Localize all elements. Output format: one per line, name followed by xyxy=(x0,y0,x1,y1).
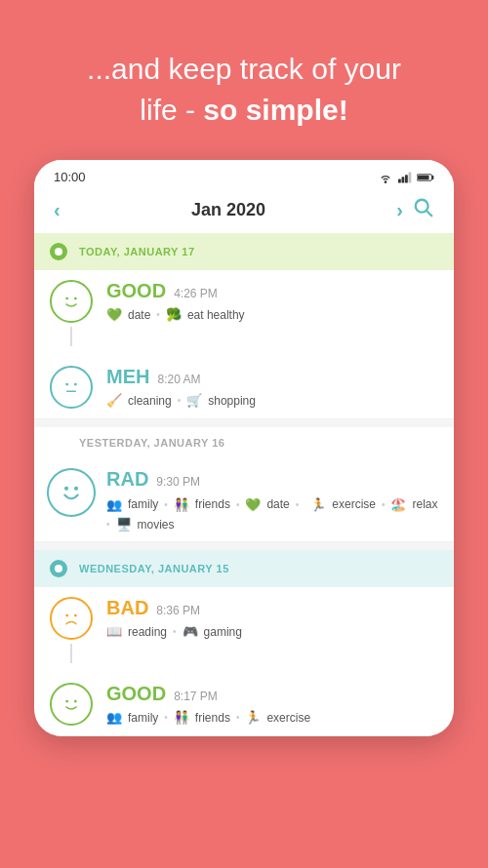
svg-point-9 xyxy=(65,297,68,300)
mood-name-meh: MEH xyxy=(106,366,149,388)
entry-content-bad: BAD 8:36 PM 📖 reading • 🎮 gaming xyxy=(106,597,438,639)
status-bar: 10:00 xyxy=(34,160,454,189)
tag-icon-exercise: 🏃 xyxy=(310,497,326,512)
dot10: • xyxy=(236,712,240,723)
entry-mood-line-meh: MEH 8:20 AM xyxy=(106,366,438,388)
entry-icon-col-good-wed xyxy=(50,683,93,726)
mood-time-good: 4:26 PM xyxy=(174,287,218,300)
tag-gaming: gaming xyxy=(204,625,242,639)
tag-exercise2: exercise xyxy=(266,711,310,725)
entry-content-meh: MEH 8:20 AM 🧹 cleaning • 🛒 shopping xyxy=(106,366,438,408)
svg-rect-2 xyxy=(405,175,408,182)
entry-good-wed: GOOD 8:17 PM 👥 family • 👫 friends • 🏃 ex… xyxy=(34,673,454,735)
today-header: TODAY, JANUARY 17 xyxy=(34,233,454,270)
status-icons xyxy=(378,172,434,183)
mood-time-meh: 8:20 AM xyxy=(157,373,200,386)
entry-meh: MEH 8:20 AM 🧹 cleaning • 🛒 shopping xyxy=(34,356,454,418)
tag-icon-cart: 🛒 xyxy=(186,393,202,408)
next-month-button[interactable]: › xyxy=(396,199,403,221)
today-dot xyxy=(50,243,67,260)
tags-good-wed: 👥 family • 👫 friends • 🏃 exercise xyxy=(106,710,438,725)
entry-bad: BAD 8:36 PM 📖 reading • 🎮 gaming xyxy=(34,587,454,673)
entry-icon-col-good xyxy=(50,280,93,346)
tag-family: family xyxy=(128,497,158,511)
today-label: TODAY, JANUARY 17 xyxy=(79,246,195,257)
mood-time-bad: 8:36 PM xyxy=(156,604,200,617)
tag-icon-broom: 🧹 xyxy=(106,393,122,408)
entry-rad: RAD 9:30 PM 👥 family • 👫 friends • 💚 dat… xyxy=(34,458,454,541)
tag-reading: reading xyxy=(128,625,167,639)
connector-bad xyxy=(70,644,72,663)
tag-eat-healthy: eat healthy xyxy=(187,308,245,322)
entry-icon-col-meh xyxy=(50,366,93,409)
tag-icon-reading: 📖 xyxy=(106,624,122,639)
entry-content-good-wed: GOOD 8:17 PM 👥 family • 👫 friends • 🏃 ex… xyxy=(106,683,438,725)
tag-exercise: exercise xyxy=(332,497,376,511)
prev-month-button[interactable]: ‹ xyxy=(54,199,61,221)
svg-rect-0 xyxy=(398,178,401,182)
tags-bad: 📖 reading • 🎮 gaming xyxy=(106,624,438,639)
dot5: • xyxy=(296,499,300,510)
tag-icon-date: 💚 xyxy=(245,497,261,512)
dot3: • xyxy=(164,499,168,510)
tags-good: 💚 date • 🥦 eat healthy xyxy=(106,307,438,322)
entry-good: GOOD 4:26 PM 💚 date • 🥦 eat healthy xyxy=(34,270,454,356)
entry-mood-line-good-wed: GOOD 8:17 PM xyxy=(106,683,438,705)
phone-frame: 10:00 ‹ Jan 2020 › xyxy=(34,160,454,736)
connector-good xyxy=(70,327,72,346)
dot8: • xyxy=(173,626,177,637)
dot1: • xyxy=(156,309,160,320)
svg-point-15 xyxy=(74,487,78,491)
tag-icon-family: 👥 xyxy=(106,497,122,512)
dot2: • xyxy=(178,395,182,406)
tag-shopping: shopping xyxy=(208,394,256,408)
entry-content-rad: RAD 9:30 PM 👥 family • 👫 friends • 💚 dat… xyxy=(106,468,438,532)
svg-point-19 xyxy=(74,700,77,703)
entry-icon-col-bad xyxy=(50,597,93,663)
wednesday-header: WEDNESDAY, JANUARY 15 xyxy=(34,550,454,587)
wifi-icon xyxy=(378,172,393,183)
entry-content-good: GOOD 4:26 PM 💚 date • 🥦 eat healthy xyxy=(106,280,438,322)
mood-time-rad: 9:30 PM xyxy=(156,475,200,489)
dot7: • xyxy=(106,519,110,530)
svg-point-11 xyxy=(65,383,68,386)
dot6: • xyxy=(382,499,386,510)
tags-meh: 🧹 cleaning • 🛒 shopping xyxy=(106,393,438,408)
wednesday-dot xyxy=(50,560,67,577)
header-section: ...and keep track of your life - so simp… xyxy=(0,0,488,160)
mood-face-bad xyxy=(50,597,93,640)
battery-icon xyxy=(417,172,434,183)
tags-rad: 👥 family • 👫 friends • 💚 date • 🏃 exerci… xyxy=(106,495,438,532)
mood-face-good xyxy=(50,280,93,323)
mood-face-meh xyxy=(50,366,93,409)
svg-rect-5 xyxy=(431,176,433,179)
month-label: Jan 2020 xyxy=(191,200,265,220)
wednesday-section: WEDNESDAY, JANUARY 15 BAD 8:36 PM xyxy=(34,550,454,736)
entry-mood-line-good: GOOD 4:26 PM xyxy=(106,280,438,302)
svg-point-10 xyxy=(74,297,77,300)
mood-face-good-wed xyxy=(50,683,93,726)
tag-cleaning: cleaning xyxy=(128,394,172,408)
entry-mood-line-rad: RAD 9:30 PM xyxy=(106,468,438,491)
dot9: • xyxy=(164,712,168,723)
mood-name-good-wed: GOOD xyxy=(106,683,166,705)
status-time: 10:00 xyxy=(54,170,86,184)
tag-icon-exercise2: 🏃 xyxy=(245,710,261,725)
yesterday-label: YESTERDAY, JANUARY 16 xyxy=(79,437,224,449)
dot4: • xyxy=(236,499,240,510)
tag-date: date xyxy=(128,308,150,322)
section-divider-1 xyxy=(34,419,454,427)
tag-family2: family xyxy=(128,711,158,725)
svg-point-17 xyxy=(74,614,77,617)
mood-name-good: GOOD xyxy=(106,280,166,302)
search-button[interactable] xyxy=(413,197,434,223)
svg-rect-3 xyxy=(409,172,412,182)
entry-icon-col-rad xyxy=(50,468,93,517)
tag-movies: movies xyxy=(138,518,175,532)
signal-icon xyxy=(398,172,412,183)
entry-mood-line-bad: BAD 8:36 PM xyxy=(106,597,438,619)
svg-point-18 xyxy=(65,700,68,703)
tag-date2: date xyxy=(266,497,289,511)
svg-rect-1 xyxy=(402,177,405,182)
svg-point-16 xyxy=(65,614,68,617)
